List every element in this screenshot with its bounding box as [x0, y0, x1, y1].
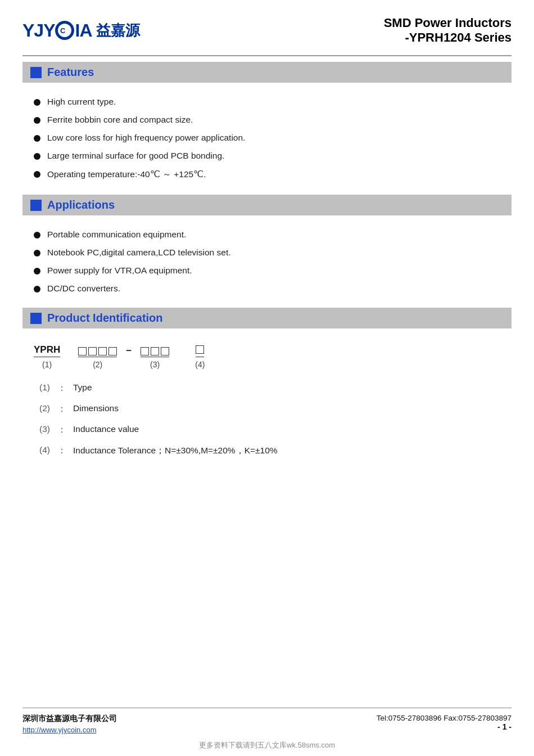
title-line2: -YPRH1204 Series: [384, 30, 512, 45]
pid-box: [98, 347, 107, 356]
bullet-dot: [34, 99, 40, 106]
pid-box: [78, 347, 87, 356]
footer-contact: Tel:0755-27803896 Fax:0755-27803897: [377, 714, 512, 722]
feature-text-4: Large terminal surface for good PCB bond…: [47, 151, 224, 161]
pid-desc-item-3: (3) ： Inductance value: [39, 418, 495, 439]
features-icon: [30, 67, 42, 78]
bullet-dot: [34, 250, 40, 256]
footer-left: 深圳市益嘉源电子有限公司 http://www.yjycoin.com: [22, 714, 117, 734]
pid-box: [141, 347, 149, 356]
pid-desc-num-4: (4): [39, 445, 54, 455]
logo-yjy-text: YJY: [22, 20, 55, 41]
pid-descriptions: (1) ： Type (2) ： Dimensions (3) ： Induct…: [22, 371, 512, 466]
app-item-2: Notebook PC,digital camera,LCD televisio…: [34, 244, 512, 262]
pid-box: [151, 347, 159, 356]
feature-text-3: Low core loss for high frequency power a…: [47, 133, 245, 143]
page-header: YJY C IA 益嘉源 SMD Power Inductors -YPRH12…: [22, 0, 512, 56]
bullet-dot: [34, 153, 40, 160]
pid-box: [88, 347, 97, 356]
pid-label-2: (2): [93, 360, 102, 369]
pid-box: [161, 347, 169, 356]
pid-desc-num-3: (3): [39, 424, 54, 434]
pid-desc-item-1: (1) ： Type: [39, 377, 495, 398]
bullet-dot: [34, 117, 40, 124]
pid-desc-num-1: (1): [39, 382, 54, 393]
pid-desc-text-3: Inductance value: [73, 424, 139, 434]
applications-title: Applications: [47, 199, 115, 212]
feature-item-1: High current type.: [34, 93, 512, 111]
app-item-4: DC/DC converters.: [34, 280, 512, 298]
bullet-dot: [34, 135, 40, 142]
pid-prefix: YPRH: [34, 344, 60, 357]
app-text-3: Power supply for VTR,OA equipment.: [47, 266, 192, 276]
product-id-title: Product Identification: [47, 312, 163, 325]
pid-desc-item-4: (4) ： Inductance Tolerance；N=±30%,M=±20%…: [39, 439, 495, 460]
product-id-icon: [30, 313, 42, 324]
feature-item-3: Low core loss for high frequency power a…: [34, 129, 512, 147]
features-list: High current type. Ferrite bobbin core a…: [22, 91, 512, 189]
pid-box: [196, 345, 204, 354]
footer-watermark: 更多资料下载请到五八文库wk.58sms.com: [22, 737, 512, 756]
feature-text-5: Operating temperature:-40℃ ～ +125℃.: [47, 169, 206, 181]
app-text-4: DC/DC converters.: [47, 284, 120, 294]
app-text-2: Notebook PC,digital camera,LCD televisio…: [47, 248, 231, 258]
logo-combined: YJY C IA 益嘉源: [22, 20, 140, 41]
applications-list: Portable communication equipment. Notebo…: [22, 223, 512, 302]
pid-label-1: (1): [42, 360, 52, 369]
footer-website[interactable]: http://www.yjycoin.com: [22, 726, 117, 734]
pid-box: [108, 347, 117, 356]
title-line1: SMD Power Inductors: [384, 16, 512, 30]
pid-label-3: (3): [150, 360, 160, 369]
pid-desc-text-4: Inductance Tolerance；N=±30%,M=±20%，K=±10…: [73, 445, 278, 457]
product-id-diagram: YPRH (1) (2) −: [22, 336, 512, 369]
pid-desc-item-2: (2) ： Dimensions: [39, 398, 495, 418]
app-text-1: Portable communication equipment.: [47, 230, 186, 240]
header-title: SMD Power Inductors -YPRH1204 Series: [384, 16, 512, 45]
svg-text:C: C: [60, 26, 66, 35]
footer-company: 深圳市益嘉源电子有限公司: [22, 714, 117, 724]
feature-item-5: Operating temperature:-40℃ ～ +125℃.: [34, 165, 512, 184]
logo-area: YJY C IA 益嘉源: [22, 20, 140, 41]
app-item-3: Power supply for VTR,OA equipment.: [34, 262, 512, 280]
feature-item-4: Large terminal surface for good PCB bond…: [34, 147, 512, 165]
logo-coin-icon: C: [55, 20, 75, 40]
feature-text-1: High current type.: [47, 97, 116, 107]
app-item-1: Portable communication equipment.: [34, 226, 512, 244]
page-footer: 深圳市益嘉源电子有限公司 http://www.yjycoin.com Tel:…: [22, 708, 512, 737]
pid-desc-text-1: Type: [73, 382, 92, 393]
applications-section-header: Applications: [22, 195, 512, 215]
logo-chinese-final: 益嘉源: [96, 21, 140, 40]
bullet-dot: [34, 286, 40, 292]
features-section-header: Features: [22, 62, 512, 83]
pid-label-4: (4): [195, 360, 205, 369]
logo-ia-text: IA: [75, 20, 92, 41]
bullet-dot: [34, 171, 40, 178]
features-title: Features: [47, 66, 94, 79]
applications-icon: [30, 200, 42, 211]
pid-desc-num-2: (2): [39, 403, 54, 413]
feature-item-2: Ferrite bobbin core and compact size.: [34, 111, 512, 129]
footer-page: - 1 -: [377, 722, 512, 731]
feature-text-2: Ferrite bobbin core and compact size.: [47, 115, 193, 125]
bullet-dot: [34, 268, 40, 274]
footer-right: Tel:0755-27803896 Fax:0755-27803897 - 1 …: [377, 714, 512, 731]
bullet-dot: [34, 232, 40, 238]
product-id-section-header: Product Identification: [22, 308, 512, 328]
pid-desc-text-2: Dimensions: [73, 403, 119, 413]
